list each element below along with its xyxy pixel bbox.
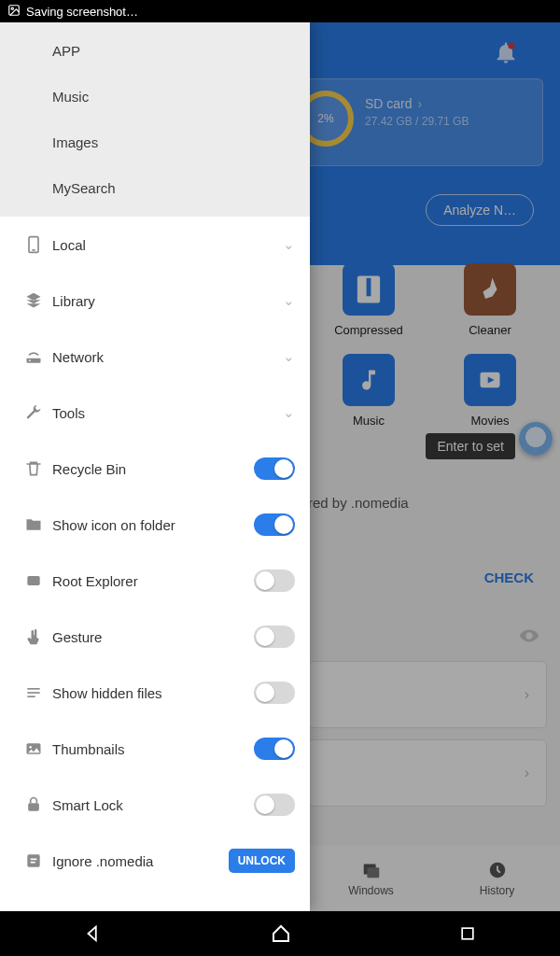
setting-label: Root Explorer [52,573,254,589]
switch-hidden[interactable] [254,682,295,704]
group-local[interactable]: Local ⌄ [0,217,310,273]
group-label: Local [52,237,283,253]
switch-recycle[interactable] [254,457,295,480]
nav-home[interactable] [270,922,292,945]
svg-rect-19 [28,803,39,810]
svg-point-12 [29,359,31,361]
svg-rect-23 [462,928,473,939]
status-bar: Saving screenshot… [0,0,560,22]
image-icon [15,739,52,758]
nav-back[interactable] [83,923,104,944]
nav-drawer: APP Music Images MySearch Local ⌄ Librar… [0,22,310,911]
setting-ignore-nomedia[interactable]: Ignore .nomedia UNLOCK [0,833,310,889]
setting-recycle-bin[interactable]: Recycle Bin [0,441,310,497]
hand-icon [15,627,52,646]
setting-gesture[interactable]: Gesture [0,609,310,665]
root-icon [15,571,52,590]
quick-music[interactable]: Music [0,74,310,120]
chevron-down-icon: ⌄ [283,348,295,365]
switch-thumbnails[interactable] [254,738,295,760]
group-network[interactable]: Network ⌄ [0,329,310,385]
setting-show-icon[interactable]: Show icon on folder [0,497,310,553]
switch-show-icon[interactable] [254,513,295,536]
unlock-button[interactable]: UNLOCK [229,849,295,873]
svg-rect-13 [27,576,39,585]
group-tools[interactable]: Tools ⌄ [0,385,310,441]
setting-label: Show hidden files [52,685,254,701]
chevron-down-icon: ⌄ [283,236,295,253]
group-library[interactable]: Library ⌄ [0,273,310,329]
setting-smart-lock[interactable]: Smart Lock [0,777,310,833]
svg-rect-11 [27,358,41,363]
quick-images[interactable]: Images [0,120,310,165]
switch-root[interactable] [254,569,295,592]
switch-gesture[interactable] [254,626,295,648]
setting-label: Smart Lock [52,797,254,813]
status-text: Saving screenshot… [26,5,138,19]
setting-label: Show icon on folder [52,517,254,533]
chevron-down-icon: ⌄ [283,404,295,421]
svg-point-1 [11,7,13,9]
quick-app[interactable]: APP [0,28,310,74]
svg-point-18 [29,746,32,749]
list-icon [15,683,52,702]
group-label: Network [52,349,283,365]
setting-label: Thumbnails [52,741,254,757]
setting-hidden-files[interactable]: Show hidden files [0,665,310,721]
setting-label: Gesture [52,629,254,645]
setting-thumbnails[interactable]: Thumbnails [0,721,310,777]
setting-label: Recycle Bin [52,461,254,477]
file-icon [15,851,52,870]
network-icon [15,347,52,366]
lock-icon [15,795,52,814]
setting-root-explorer[interactable]: Root Explorer [0,553,310,609]
group-label: Library [52,293,283,309]
wrench-icon [15,403,52,422]
picture-icon [7,4,21,20]
layers-icon [15,291,52,310]
svg-rect-20 [27,854,39,866]
setting-label: Ignore .nomedia [52,853,229,869]
group-label: Tools [52,405,283,421]
quick-mysearch[interactable]: MySearch [0,165,310,211]
switch-smartlock[interactable] [254,794,295,816]
android-navbar [0,911,560,956]
folder-icon [15,515,52,534]
trash-icon [15,459,52,478]
phone-icon [15,235,52,254]
chevron-down-icon: ⌄ [283,292,295,309]
drawer-quick-section: APP Music Images MySearch [0,22,310,217]
drawer-scrim[interactable] [310,22,560,911]
nav-recent[interactable] [458,924,477,943]
